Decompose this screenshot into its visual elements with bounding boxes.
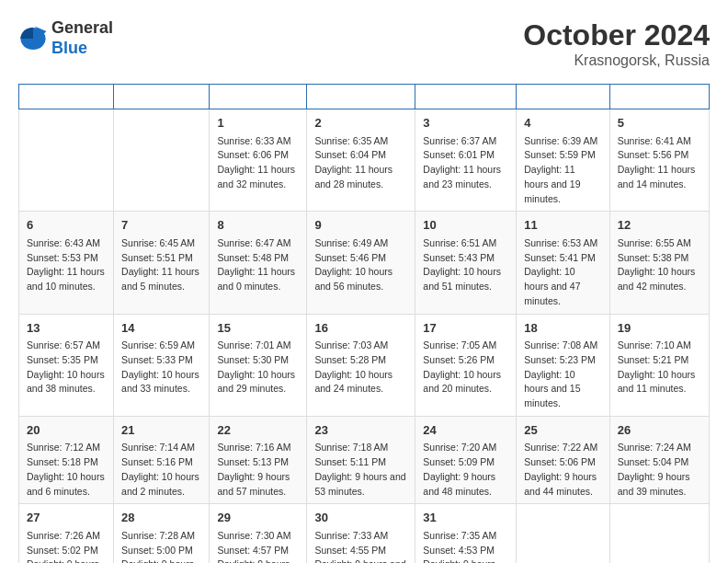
- cell-info: Sunrise: 6:33 AM Sunset: 6:06 PM Dayligh…: [217, 134, 299, 192]
- cell-2-3: 8Sunrise: 6:47 AM Sunset: 5:48 PM Daylig…: [210, 212, 307, 314]
- cell-1-2: [114, 109, 210, 212]
- cell-4-5: 24Sunrise: 7:20 AM Sunset: 5:09 PM Dayli…: [415, 416, 517, 504]
- calendar-title: October 2024: [523, 18, 710, 52]
- cell-1-1: [19, 109, 114, 212]
- cell-2-2: 7Sunrise: 6:45 AM Sunset: 5:51 PM Daylig…: [114, 212, 210, 314]
- cell-info: Sunrise: 7:26 AM Sunset: 5:02 PM Dayligh…: [27, 529, 106, 563]
- week-row-1: 1Sunrise: 6:33 AM Sunset: 6:06 PM Daylig…: [19, 109, 710, 212]
- cell-info: Sunrise: 6:53 AM Sunset: 5:41 PM Dayligh…: [524, 236, 602, 309]
- day-number: 11: [524, 216, 602, 235]
- cell-3-3: 15Sunrise: 7:01 AM Sunset: 5:30 PM Dayli…: [210, 314, 307, 416]
- cell-info: Sunrise: 7:12 AM Sunset: 5:18 PM Dayligh…: [27, 441, 106, 499]
- logo-icon: [18, 24, 48, 53]
- calendar-table: SundayMondayTuesdayWednesdayThursdayFrid…: [18, 84, 710, 563]
- header-col-tuesday: Tuesday: [210, 85, 307, 109]
- cell-3-1: 13Sunrise: 6:57 AM Sunset: 5:35 PM Dayli…: [19, 314, 114, 416]
- cell-5-3: 29Sunrise: 7:30 AM Sunset: 4:57 PM Dayli…: [210, 504, 307, 563]
- day-number: 1: [217, 114, 299, 132]
- calendar-body: 1Sunrise: 6:33 AM Sunset: 6:06 PM Daylig…: [19, 109, 710, 564]
- cell-info: Sunrise: 6:51 AM Sunset: 5:43 PM Dayligh…: [423, 236, 508, 294]
- logo-text: General Blue: [51, 18, 113, 58]
- day-number: 15: [217, 319, 299, 338]
- cell-3-7: 19Sunrise: 7:10 AM Sunset: 5:21 PM Dayli…: [609, 314, 709, 416]
- cell-2-1: 6Sunrise: 6:43 AM Sunset: 5:53 PM Daylig…: [19, 212, 114, 314]
- header-col-monday: Monday: [114, 85, 210, 109]
- cell-info: Sunrise: 7:01 AM Sunset: 5:30 PM Dayligh…: [217, 339, 299, 396]
- cell-info: Sunrise: 7:14 AM Sunset: 5:16 PM Dayligh…: [121, 441, 201, 499]
- cell-3-2: 14Sunrise: 6:59 AM Sunset: 5:33 PM Dayli…: [114, 314, 210, 416]
- logo: General Blue: [18, 18, 113, 58]
- cell-2-7: 12Sunrise: 6:55 AM Sunset: 5:38 PM Dayli…: [609, 212, 709, 314]
- day-number: 16: [314, 319, 407, 338]
- day-number: 20: [27, 421, 106, 440]
- cell-5-2: 28Sunrise: 7:28 AM Sunset: 5:00 PM Dayli…: [114, 504, 210, 563]
- cell-3-5: 17Sunrise: 7:05 AM Sunset: 5:26 PM Dayli…: [415, 314, 517, 416]
- day-number: 24: [423, 421, 508, 440]
- cell-info: Sunrise: 7:05 AM Sunset: 5:26 PM Dayligh…: [423, 339, 508, 396]
- day-number: 23: [314, 421, 407, 440]
- cell-4-1: 20Sunrise: 7:12 AM Sunset: 5:18 PM Dayli…: [19, 416, 114, 504]
- cell-info: Sunrise: 7:16 AM Sunset: 5:13 PM Dayligh…: [217, 441, 299, 499]
- calendar-header: SundayMondayTuesdayWednesdayThursdayFrid…: [19, 85, 710, 109]
- cell-info: Sunrise: 6:55 AM Sunset: 5:38 PM Dayligh…: [618, 236, 701, 294]
- cell-info: Sunrise: 7:18 AM Sunset: 5:11 PM Dayligh…: [314, 441, 407, 499]
- week-row-4: 20Sunrise: 7:12 AM Sunset: 5:18 PM Dayli…: [19, 416, 710, 504]
- cell-info: Sunrise: 7:10 AM Sunset: 5:21 PM Dayligh…: [618, 339, 701, 396]
- header-col-thursday: Thursday: [415, 85, 517, 109]
- cell-4-7: 26Sunrise: 7:24 AM Sunset: 5:04 PM Dayli…: [609, 416, 709, 504]
- day-number: 27: [27, 509, 106, 527]
- calendar-subtitle: Krasnogorsk, Russia: [523, 52, 710, 69]
- day-number: 17: [423, 319, 508, 338]
- week-row-3: 13Sunrise: 6:57 AM Sunset: 5:35 PM Dayli…: [19, 314, 710, 416]
- header-col-wednesday: Wednesday: [307, 85, 415, 109]
- cell-1-4: 2Sunrise: 6:35 AM Sunset: 6:04 PM Daylig…: [307, 109, 415, 212]
- cell-5-1: 27Sunrise: 7:26 AM Sunset: 5:02 PM Dayli…: [19, 504, 114, 563]
- cell-2-6: 11Sunrise: 6:53 AM Sunset: 5:41 PM Dayli…: [517, 212, 610, 314]
- cell-info: Sunrise: 7:30 AM Sunset: 4:57 PM Dayligh…: [217, 529, 299, 563]
- day-number: 7: [121, 216, 201, 235]
- day-number: 19: [618, 319, 701, 338]
- week-row-2: 6Sunrise: 6:43 AM Sunset: 5:53 PM Daylig…: [19, 212, 710, 314]
- day-number: 25: [524, 421, 602, 440]
- day-number: 29: [217, 509, 299, 527]
- day-number: 12: [618, 216, 701, 235]
- cell-info: Sunrise: 7:20 AM Sunset: 5:09 PM Dayligh…: [423, 441, 508, 499]
- cell-info: Sunrise: 6:45 AM Sunset: 5:51 PM Dayligh…: [121, 236, 201, 294]
- week-row-5: 27Sunrise: 7:26 AM Sunset: 5:02 PM Dayli…: [19, 504, 710, 563]
- cell-5-7: [609, 504, 709, 563]
- cell-5-4: 30Sunrise: 7:33 AM Sunset: 4:55 PM Dayli…: [307, 504, 415, 563]
- cell-info: Sunrise: 6:39 AM Sunset: 5:59 PM Dayligh…: [524, 134, 602, 207]
- day-number: 5: [618, 114, 701, 132]
- cell-5-5: 31Sunrise: 7:35 AM Sunset: 4:53 PM Dayli…: [415, 504, 517, 563]
- header-col-sunday: Sunday: [19, 85, 114, 109]
- cell-1-3: 1Sunrise: 6:33 AM Sunset: 6:06 PM Daylig…: [210, 109, 307, 212]
- logo-general: General: [51, 18, 113, 37]
- cell-4-3: 22Sunrise: 7:16 AM Sunset: 5:13 PM Dayli…: [210, 416, 307, 504]
- header-col-saturday: Saturday: [609, 85, 709, 109]
- header-col-friday: Friday: [517, 85, 610, 109]
- cell-info: Sunrise: 6:35 AM Sunset: 6:04 PM Dayligh…: [314, 134, 407, 192]
- cell-2-5: 10Sunrise: 6:51 AM Sunset: 5:43 PM Dayli…: [415, 212, 517, 314]
- page-header: General Blue October 2024 Krasnogorsk, R…: [18, 18, 710, 69]
- cell-info: Sunrise: 7:28 AM Sunset: 5:00 PM Dayligh…: [121, 529, 201, 563]
- header-row: SundayMondayTuesdayWednesdayThursdayFrid…: [19, 85, 710, 109]
- day-number: 30: [314, 509, 407, 527]
- cell-info: Sunrise: 7:35 AM Sunset: 4:53 PM Dayligh…: [423, 529, 508, 563]
- cell-4-6: 25Sunrise: 7:22 AM Sunset: 5:06 PM Dayli…: [517, 416, 610, 504]
- day-number: 9: [314, 216, 407, 235]
- cell-info: Sunrise: 6:57 AM Sunset: 5:35 PM Dayligh…: [27, 339, 106, 396]
- day-number: 22: [217, 421, 299, 440]
- day-number: 26: [618, 421, 701, 440]
- cell-3-4: 16Sunrise: 7:03 AM Sunset: 5:28 PM Dayli…: [307, 314, 415, 416]
- cell-info: Sunrise: 7:22 AM Sunset: 5:06 PM Dayligh…: [524, 441, 602, 499]
- cell-2-4: 9Sunrise: 6:49 AM Sunset: 5:46 PM Daylig…: [307, 212, 415, 314]
- cell-1-5: 3Sunrise: 6:37 AM Sunset: 6:01 PM Daylig…: [415, 109, 517, 212]
- day-number: 14: [121, 319, 201, 338]
- cell-info: Sunrise: 6:41 AM Sunset: 5:56 PM Dayligh…: [618, 134, 701, 192]
- cell-info: Sunrise: 6:59 AM Sunset: 5:33 PM Dayligh…: [121, 339, 201, 396]
- day-number: 18: [524, 319, 602, 338]
- cell-info: Sunrise: 7:33 AM Sunset: 4:55 PM Dayligh…: [314, 529, 407, 563]
- cell-info: Sunrise: 7:03 AM Sunset: 5:28 PM Dayligh…: [314, 339, 407, 396]
- logo-blue: Blue: [51, 39, 87, 57]
- cell-5-6: [517, 504, 610, 563]
